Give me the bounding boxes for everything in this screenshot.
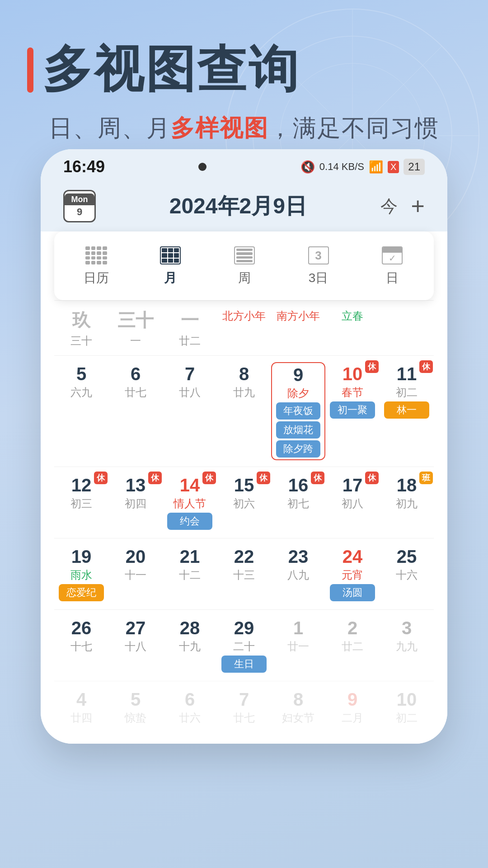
day-view-icon: ✓: [380, 245, 404, 266]
view-item-month[interactable]: 月: [149, 241, 192, 291]
mon-icon-label: Mon: [65, 193, 94, 205]
calendar-body: 玖 三十 三十 一 一 廿二 北方小年 南方小年 立春: [41, 300, 447, 744]
list-item[interactable]: 15 休 初六: [217, 473, 271, 514]
list-item[interactable]: 24 元宵 汤圆: [325, 545, 380, 603]
list-item[interactable]: 10 休 春节 初一聚: [325, 362, 380, 420]
list-item[interactable]: 22 十三: [217, 545, 271, 585]
list-item[interactable]: 12 休 初三: [54, 473, 108, 514]
phone-mockup: 16:49 🔇 0.14 KB/S 📶 X 21 Mon 9 2024年2月9日…: [41, 149, 447, 744]
status-time: 16:49: [63, 157, 105, 176]
title-main: 多视图查询: [27, 36, 461, 104]
3day-view-label: 3日: [309, 269, 328, 287]
list-item: [380, 306, 434, 350]
week-view-icon: [232, 245, 257, 266]
subtitle-highlight: 多样视图: [171, 115, 268, 141]
list-item[interactable]: 28 十九: [163, 616, 217, 657]
calendar-view-label: 日历: [84, 269, 109, 287]
event-tag: 初一聚: [330, 401, 375, 419]
red-bar-icon: [27, 47, 33, 93]
list-item: 一 廿二: [163, 306, 217, 350]
header-title: 2024年2月9日: [169, 192, 307, 221]
no-sim-icon: X: [388, 161, 399, 173]
list-item[interactable]: 16 休 初七: [271, 473, 325, 514]
list-item[interactable]: 6 廿六: [163, 688, 217, 728]
add-button[interactable]: +: [411, 193, 425, 220]
holiday-badge: 休: [365, 472, 379, 484]
list-item[interactable]: 7 廿八: [163, 362, 217, 403]
mon-icon-num: 9: [76, 205, 83, 219]
subtitle: 日、周、月多样视图，满足不同习惯: [27, 113, 461, 144]
work-badge: 班: [419, 472, 433, 484]
list-item[interactable]: 2 廿二: [325, 616, 380, 657]
mute-icon: 🔇: [300, 160, 315, 174]
week-view-label: 周: [238, 269, 251, 287]
wifi-icon: 📶: [369, 160, 383, 174]
network-speed: 0.14 KB/S: [319, 161, 364, 173]
event-tag: 年夜饭: [276, 402, 320, 420]
day-view-label: 日: [386, 269, 399, 287]
status-bar: 16:49 🔇 0.14 KB/S 📶 X 21: [41, 149, 447, 181]
list-item[interactable]: 19 雨水 恋爱纪: [54, 545, 108, 603]
calendar-view-icon: [84, 245, 108, 266]
list-item[interactable]: 9 二月: [325, 688, 380, 728]
list-item[interactable]: 14 休 情人节 约会: [163, 473, 217, 532]
list-item[interactable]: 20 十一: [108, 545, 163, 585]
view-item-calendar[interactable]: 日历: [75, 241, 118, 291]
list-item[interactable]: 26 十七: [54, 616, 108, 657]
subtitle-part2: ，满足不同习惯: [268, 115, 439, 141]
holiday-badge: 休: [202, 472, 216, 484]
list-item[interactable]: 11 休 初二 林一: [380, 362, 434, 420]
event-tag: 约会: [167, 513, 213, 530]
holiday-badge: 休: [365, 360, 379, 373]
list-item[interactable]: 17 休 初八: [325, 473, 380, 514]
list-item[interactable]: 5 惊蛰: [108, 688, 163, 728]
list-item[interactable]: 5 六九: [54, 362, 108, 403]
holiday-badge: 休: [419, 360, 433, 373]
mon-icon[interactable]: Mon 9: [63, 190, 96, 222]
list-item[interactable]: 8 廿九: [217, 362, 271, 403]
list-item[interactable]: 25 十六: [380, 545, 434, 585]
camera-dot: [198, 163, 206, 171]
header-right: 今 +: [380, 193, 425, 220]
list-item: 三十 一: [108, 306, 163, 350]
list-item[interactable]: 27 十八: [108, 616, 163, 657]
list-item: 北方小年: [217, 306, 271, 350]
event-tag: 汤圆: [330, 584, 375, 601]
view-item-week[interactable]: 周: [223, 241, 266, 291]
list-item[interactable]: 21 十二: [163, 545, 217, 585]
holiday-badge: 休: [257, 472, 270, 484]
view-selector: 日历 月 周: [54, 231, 434, 300]
holiday-badge: 休: [94, 472, 108, 484]
event-tag: 恋爱纪: [59, 584, 104, 601]
3day-view-icon: 3: [306, 245, 331, 266]
list-item: 玖 三十: [54, 306, 108, 350]
list-item[interactable]: 9 除夕 年夜饭 放烟花 除夕跨: [271, 362, 325, 460]
view-item-3day[interactable]: 3 3日: [297, 241, 340, 291]
status-icons: 🔇 0.14 KB/S 📶 X 21: [300, 159, 425, 175]
holiday-badge: 休: [311, 472, 324, 484]
calendar-row-1: 5 六九 6 廿七 7 廿八 8 廿九 9 除夕 年夜饭: [54, 355, 434, 467]
list-item[interactable]: 7 廿七: [217, 688, 271, 728]
list-item[interactable]: 13 休 初四: [108, 473, 163, 514]
today-button[interactable]: 今: [380, 195, 398, 218]
list-item[interactable]: 3 九九: [380, 616, 434, 657]
list-item[interactable]: 29 二十 生日: [217, 616, 271, 675]
month-view-label: 月: [164, 269, 177, 287]
list-item[interactable]: 23 八九: [271, 545, 325, 585]
list-item[interactable]: 4 廿四: [54, 688, 108, 728]
app-header: Mon 9 2024年2月9日 今 +: [41, 181, 447, 231]
event-tag: 生日: [221, 656, 267, 673]
list-item[interactable]: 8 妇女节: [271, 688, 325, 728]
event-tag: 除夕跨: [276, 440, 320, 458]
list-item[interactable]: 18 班 初九: [380, 473, 434, 514]
battery-icon: 21: [404, 159, 425, 175]
calendar-row-5: 4 廿四 5 惊蛰 6 廿六 7 廿七 8 妇女节 9 二月: [54, 681, 434, 735]
month-view-icon: [158, 245, 183, 266]
subtitle-part1: 日、周、月: [49, 115, 171, 141]
list-item[interactable]: 10 初二: [380, 688, 434, 728]
list-item[interactable]: 1 廿一: [271, 616, 325, 657]
view-item-day[interactable]: ✓ 日: [371, 241, 413, 291]
list-item[interactable]: 6 廿七: [108, 362, 163, 403]
calendar-row-4: 26 十七 27 十八 28 十九 29 二十 生日 1 廿一: [54, 609, 434, 681]
prev-month-row: 玖 三十 三十 一 一 廿二 北方小年 南方小年 立春: [54, 300, 434, 355]
